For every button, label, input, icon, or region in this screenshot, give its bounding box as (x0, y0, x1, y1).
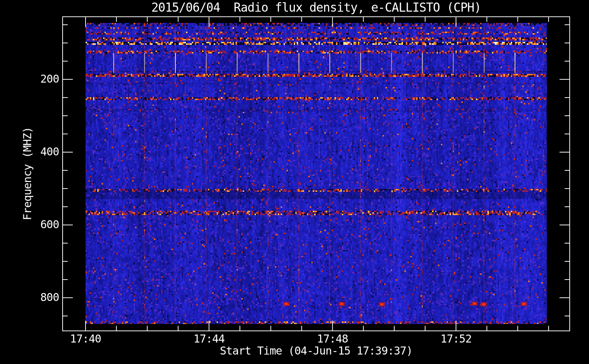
plot-window: { "chart_data": { "type": "heatmap", "su… (0, 0, 589, 364)
chart-title: 2015/06/04 Radio flux density, e-CALLIST… (62, 0, 570, 15)
y-tick-label: 800 (17, 292, 59, 303)
y-axis-label: Frequency (MHZ) (21, 127, 34, 220)
x-tick-label: 17:52 (440, 332, 471, 345)
y-tick-label: 200 (17, 73, 59, 85)
y-tick-label: 400 (17, 146, 59, 158)
x-tick-label: 17:48 (317, 332, 348, 345)
x-tick-label: 17:44 (194, 332, 225, 345)
x-axis-label: Start Time (04-Jun-15 17:39:37) (62, 344, 570, 357)
y-tick-label: 600 (17, 219, 59, 230)
x-tick-label: 17:40 (70, 332, 101, 345)
spectrogram-canvas (0, 0, 589, 364)
